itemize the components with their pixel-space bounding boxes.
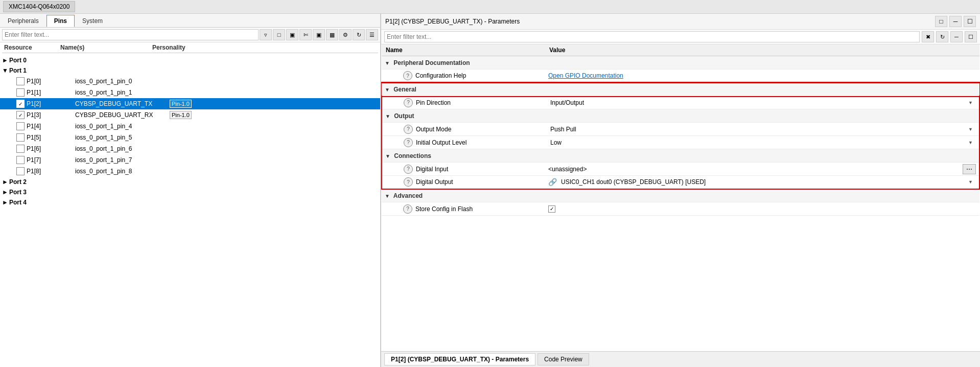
help-icon-pin-direction[interactable]: ? xyxy=(404,98,413,107)
tab-system[interactable]: System xyxy=(75,15,110,27)
col-value-th: Value xyxy=(545,44,979,56)
label-digital-input: Digital Input xyxy=(416,166,448,173)
section-connections[interactable]: ▼ Connections xyxy=(382,149,979,163)
minimize-btn[interactable]: ─ xyxy=(949,16,962,27)
tree-group-port1[interactable]: ▼ Port 1 xyxy=(0,65,380,76)
checkbox-p1-2[interactable] xyxy=(16,100,25,108)
checkbox-p1-4[interactable] xyxy=(16,122,25,130)
ellipsis-btn-digital-input[interactable]: ⋯ xyxy=(963,164,976,174)
bottom-tab-params[interactable]: P1[2] (CYBSP_DEBUG_UART_TX) - Parameters xyxy=(384,353,535,365)
tree-item-p1-5[interactable]: P1[5] ioss_0_port_1_pin_5 xyxy=(0,132,380,143)
help-icon-initial-output-level[interactable]: ? xyxy=(404,138,413,147)
checkbox-p1-5[interactable] xyxy=(16,133,25,142)
param-row-initial-output-level: ? Initial Output Level Low High xyxy=(382,136,979,149)
select-wrapper-digital-output[interactable]: USIC0_CH1 dout0 (CYBSP_DEBUG_UART) [USED… xyxy=(559,178,976,186)
tree-item-p1-7[interactable]: P1[7] ioss_0_port_1_pin_7 xyxy=(0,154,380,166)
expand-all-btn[interactable]: ▣ xyxy=(286,29,298,40)
right-filter-minimize-btn[interactable]: ─ xyxy=(950,31,963,42)
tree-item-p1-2[interactable]: P1[2] CYBSP_DEBUG_UART_TX Pin-1.0 xyxy=(0,98,380,109)
value-initial-output-level[interactable]: Low High xyxy=(545,136,979,149)
tree-item-p1-3[interactable]: P1[3] CYBSP_DEBUG_UART_RX Pin-1.0 xyxy=(0,109,380,121)
section-peripheral-doc[interactable]: ▼ Peripheral Documentation xyxy=(382,56,979,70)
filter-icon[interactable]: ▿ xyxy=(260,29,272,40)
param-row-store-config: ? Store Config in Flash xyxy=(382,202,979,216)
checkbox-p1-7[interactable] xyxy=(16,156,25,164)
copy-btn[interactable]: ▣ xyxy=(313,29,325,40)
select-digital-output[interactable]: USIC0_CH1 dout0 (CYBSP_DEBUG_UART) [USED… xyxy=(559,178,976,186)
select-output-mode[interactable]: Push Pull Open Drain xyxy=(548,125,976,133)
right-filter-input[interactable] xyxy=(384,31,920,42)
tree-group-port3[interactable]: ► Port 3 xyxy=(0,187,380,197)
section-general[interactable]: ▼ General xyxy=(382,83,979,96)
tab-peripherals[interactable]: Peripherals xyxy=(0,15,46,27)
col-resource-header: Resource xyxy=(4,44,60,51)
tree-item-p1-4[interactable]: P1[4] ioss_0_port_1_pin_4 xyxy=(0,121,380,132)
select-wrapper-initial-output-level[interactable]: Low High xyxy=(548,139,976,147)
view-btn[interactable]: ☰ xyxy=(366,29,378,40)
port2-label: Port 2 xyxy=(9,178,27,186)
filter-input[interactable] xyxy=(2,29,259,40)
value-config-help[interactable]: Open GPIO Documentation xyxy=(545,70,979,83)
right-filter-refresh-btn[interactable]: ↻ xyxy=(936,31,948,42)
maximize-btn[interactable]: ☐ xyxy=(964,16,976,27)
restore-btn[interactable]: □ xyxy=(935,16,947,27)
help-icon-digital-output[interactable]: ? xyxy=(404,177,413,187)
cut-btn[interactable]: ✄ xyxy=(299,29,312,40)
label-config-help: Configuration Help xyxy=(415,72,466,79)
tree-group-port0[interactable]: ► Port 0 xyxy=(0,55,380,65)
pin-dropdown-p1-3[interactable]: Pin-1.0 xyxy=(170,111,192,119)
tree-item-p1-6[interactable]: P1[6] ioss_0_port_1_pin_6 xyxy=(0,143,380,154)
value-digital-input[interactable]: <unassigned> ⋯ xyxy=(545,163,979,176)
section-output-label: Output xyxy=(394,112,414,120)
checkbox-p1-6[interactable] xyxy=(16,145,25,153)
name-p1-4: ioss_0_port_1_pin_4 xyxy=(75,123,170,130)
link-icon-digital-output[interactable]: 🔗 xyxy=(548,178,557,186)
section-advanced[interactable]: ▼ Advanced xyxy=(382,189,979,202)
value-pin-direction[interactable]: Input/Output Input Output xyxy=(545,96,979,109)
param-name-output-mode: ? Output Mode xyxy=(385,125,542,134)
section-output[interactable]: ▼ Output xyxy=(382,109,979,123)
pin-dropdown-p1-2[interactable]: Pin-1.0 xyxy=(170,100,192,108)
help-icon-store-config[interactable]: ? xyxy=(403,204,412,214)
select-wrapper-output-mode[interactable]: Push Pull Open Drain xyxy=(548,125,976,133)
tree-item-p1-1[interactable]: P1[1] ioss_0_port_1_pin_1 xyxy=(0,87,380,98)
tree-item-p1-8[interactable]: P1[8] ioss_0_port_1_pin_8 xyxy=(0,166,380,177)
link-config-help[interactable]: Open GPIO Documentation xyxy=(548,72,623,79)
tree-item-p1-0[interactable]: P1[0] ioss_0_port_1_pin_0 xyxy=(0,76,380,87)
checkbox-p1-0[interactable] xyxy=(16,77,25,85)
right-filter-maximize-btn[interactable]: ☐ xyxy=(965,31,977,42)
checkbox-p1-1[interactable] xyxy=(16,88,25,97)
tree-group-port2[interactable]: ► Port 2 xyxy=(0,177,380,187)
select-pin-direction[interactable]: Input/Output Input Output xyxy=(548,99,976,107)
checkbox-p1-8[interactable] xyxy=(16,167,25,175)
name-p1-0: ioss_0_port_1_pin_0 xyxy=(75,78,170,85)
select-wrapper-pin-direction[interactable]: Input/Output Input Output xyxy=(548,99,976,107)
checkbox-p1-3[interactable] xyxy=(16,111,25,119)
value-digital-output[interactable]: 🔗 USIC0_CH1 dout0 (CYBSP_DEBUG_UART) [US… xyxy=(545,176,979,189)
help-icon-digital-input[interactable]: ? xyxy=(404,165,413,174)
value-output-mode[interactable]: Push Pull Open Drain xyxy=(545,123,979,136)
value-store-config[interactable] xyxy=(545,202,979,216)
tab-pins[interactable]: Pins xyxy=(46,15,75,27)
left-panel: Peripherals Pins System ▿ □ ▣ ✄ ▣ ▦ ⚙ ↻ … xyxy=(0,14,381,367)
port0-label: Port 0 xyxy=(9,57,27,64)
top-tab[interactable]: XMC1404-Q064x0200 xyxy=(3,1,75,12)
help-icon-config-help[interactable]: ? xyxy=(403,71,412,80)
paste-btn[interactable]: ▦ xyxy=(326,29,338,40)
collapse-all-btn[interactable]: □ xyxy=(273,29,285,40)
expand-icon-port0: ► xyxy=(2,57,9,64)
tab-bar: Peripherals Pins System xyxy=(0,14,380,28)
tree-header: Resource Name(s) Personality xyxy=(2,42,378,53)
right-filter-clear-btn[interactable]: ✖ xyxy=(922,31,934,42)
refresh-btn[interactable]: ↻ xyxy=(353,29,365,40)
bottom-tab-code-preview[interactable]: Code Preview xyxy=(538,353,589,365)
help-icon-output-mode[interactable]: ? xyxy=(404,125,413,134)
arrow-connections: ▼ xyxy=(385,153,390,159)
select-initial-output-level[interactable]: Low High xyxy=(548,139,976,147)
checkbox-store-config[interactable] xyxy=(548,205,555,213)
label-pin-direction: Pin Direction xyxy=(416,99,451,106)
tree-group-port4[interactable]: ► Port 4 xyxy=(0,197,380,208)
ellipsis-wrapper-digital-input: <unassigned> ⋯ xyxy=(548,164,976,174)
link-select-wrapper-digital-output[interactable]: 🔗 USIC0_CH1 dout0 (CYBSP_DEBUG_UART) [US… xyxy=(548,178,976,186)
settings-btn[interactable]: ⚙ xyxy=(339,29,352,40)
